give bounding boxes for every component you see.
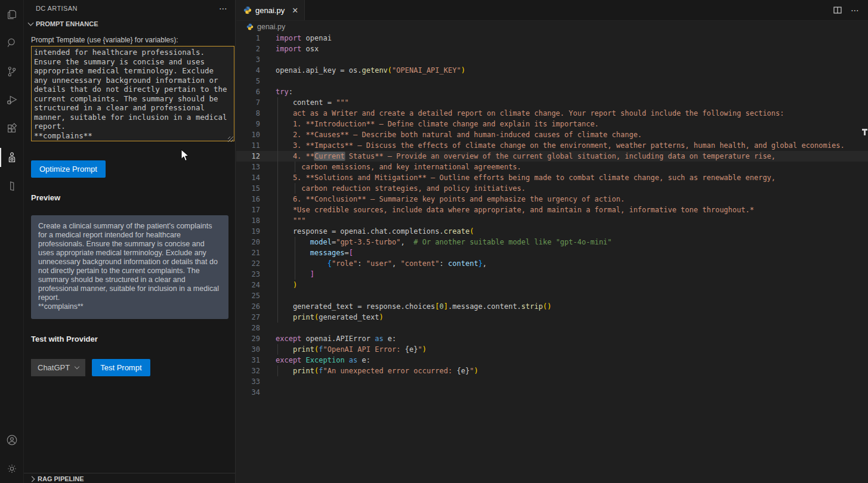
line-number[interactable]: 30 [236,344,260,355]
sidebar-more-icon[interactable]: ⋯ [219,6,228,11]
account-icon[interactable] [0,426,24,454]
code-line[interactable]: 26 generated_text = response.choices[0].… [236,301,868,312]
line-number[interactable]: 1 [236,33,260,44]
code-line[interactable]: 21 messages=[ [236,247,868,258]
line-number[interactable]: 24 [236,280,260,290]
code-line[interactable]: 20 model="gpt-3.5-turbo", # Or another s… [236,237,868,247]
code-line[interactable]: 28 [236,323,868,333]
code-line[interactable]: 29except openai.APIError as e: [236,333,868,344]
code-line[interactable]: 6try: [236,86,868,97]
code-line[interactable]: 32 print(f"An unexpected error occurred:… [236,366,868,376]
code-text: 4. **Current Status** – Provide an overv… [260,151,776,162]
code-text: try: [260,86,293,97]
code-text [260,323,276,333]
optimize-prompt-button[interactable]: Optimize Prompt [31,160,106,178]
section-prompt-enhance[interactable]: PROMPT ENHANCE [24,16,235,32]
code-line[interactable]: 8 act as a Writer and create a detailed … [236,108,868,119]
editor-more-icon[interactable]: ⋯ [851,5,860,15]
code-line[interactable]: 14 5. **Solutions and Mitigation** – Out… [236,172,868,183]
line-number[interactable]: 4 [236,65,260,76]
code-line[interactable]: 31except Exception as e: [236,355,868,366]
line-number[interactable]: 3 [236,54,260,65]
line-number[interactable]: 14 [236,172,260,183]
code-text: messages=[ [260,247,353,258]
code-line[interactable]: 7 content = """ [236,97,868,108]
line-number[interactable]: 23 [236,269,260,280]
prompt-template-input[interactable]: intended for healthcare professionals. E… [31,46,234,141]
split-editor-icon[interactable] [833,5,842,15]
test-prompt-button[interactable]: Test Prompt [92,359,150,376]
line-number[interactable]: 27 [236,312,260,323]
code-line[interactable]: 25 [236,290,868,301]
line-number[interactable]: 12 [236,151,260,162]
line-number[interactable]: 17 [236,205,260,215]
code-line[interactable]: 15 carbon reduction strategies, and poli… [236,183,868,194]
line-number[interactable]: 6 [236,86,260,97]
code-text [260,290,276,301]
line-number[interactable]: 32 [236,366,260,376]
code-line[interactable]: 18 """ [236,215,868,226]
extensions-icon[interactable] [0,114,24,143]
code-line[interactable]: 2import osx [236,44,868,54]
line-number[interactable]: 20 [236,237,260,247]
test-with-provider-heading: Test with Provider [31,335,228,343]
code-line[interactable]: 10 2. **Causes** – Describe both natural… [236,129,868,140]
line-number[interactable]: 21 [236,247,260,258]
code-text: ) [260,280,297,290]
line-number[interactable]: 8 [236,108,260,119]
code-line[interactable]: 9 1. **Introduction** – Define climate c… [236,119,868,129]
line-number[interactable]: 2 [236,44,260,54]
code-line[interactable]: 12 4. **Current Status** – Provide an ov… [236,151,868,162]
code-line[interactable]: 1import openai [236,33,868,44]
code-line[interactable]: 3 [236,54,868,65]
breadcrumb-item-file[interactable]: genai.py [257,23,285,31]
line-number[interactable]: 31 [236,355,260,366]
code-line[interactable]: 16 6. **Conclusion** – Summarize key poi… [236,194,868,205]
line-number[interactable]: 33 [236,376,260,387]
close-icon[interactable]: ✕ [292,6,298,15]
code-lines: 1import openai2import osx34openai.api_ke… [236,33,868,398]
section-rag-pipeline[interactable]: RAG PIPELINE [24,473,235,483]
line-number[interactable]: 34 [236,387,260,398]
line-number[interactable]: 18 [236,215,260,226]
dc-artisan-icon[interactable] [0,143,24,172]
search-icon[interactable] [0,29,24,57]
code-editor[interactable]: 1import openai2import osx34openai.api_ke… [236,33,868,483]
source-control-icon[interactable] [0,57,24,86]
explorer-icon[interactable] [0,0,24,29]
line-number[interactable]: 15 [236,183,260,194]
code-line[interactable]: 23 ] [236,269,868,280]
line-number[interactable]: 29 [236,333,260,344]
line-number[interactable]: 10 [236,129,260,140]
tab-label: genai.py [255,6,285,15]
line-number[interactable]: 13 [236,162,260,172]
code-line[interactable]: 33 [236,376,868,387]
line-number[interactable]: 11 [236,140,260,151]
run-debug-icon[interactable] [0,86,24,114]
tab-bar: genai.py ✕ ⋯ [236,0,868,21]
code-line[interactable]: 5 [236,76,868,86]
line-number[interactable]: 9 [236,119,260,129]
tab-genai-py[interactable]: genai.py ✕ [236,0,305,20]
line-number[interactable]: 28 [236,323,260,333]
code-line[interactable]: 22 {"role": "user", "content": content}, [236,258,868,269]
code-line[interactable]: 19 response = openai.chat.completions.cr… [236,226,868,237]
line-number[interactable]: 26 [236,301,260,312]
code-line[interactable]: 4openai.api_key = os.getenv("OPENAI_API_… [236,65,868,76]
line-number[interactable]: 22 [236,258,260,269]
door-icon[interactable] [0,172,24,200]
line-number[interactable]: 25 [236,290,260,301]
settings-gear-icon[interactable] [0,454,24,483]
code-line[interactable]: 13 carbon emissions, and key internation… [236,162,868,172]
line-number[interactable]: 5 [236,76,260,86]
code-line[interactable]: 17 *Use credible sources, include data w… [236,205,868,215]
code-line[interactable]: 11 3. **Impacts** – Discuss the effects … [236,140,868,151]
code-line[interactable]: 27 print(generated_text) [236,312,868,323]
line-number[interactable]: 19 [236,226,260,237]
line-number[interactable]: 7 [236,97,260,108]
code-line[interactable]: 34 [236,387,868,398]
code-line[interactable]: 24 ) [236,280,868,290]
line-number[interactable]: 16 [236,194,260,205]
provider-select[interactable]: ChatGPT [31,359,85,376]
code-line[interactable]: 30 print(f"OpenAI API Error: {e}") [236,344,868,355]
